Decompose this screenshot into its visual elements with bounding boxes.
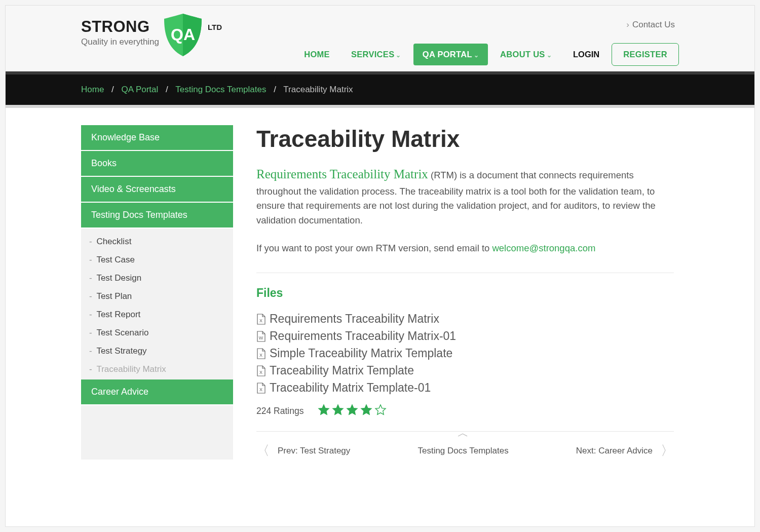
sidebar-item-test-scenario[interactable]: Test Scenario xyxy=(81,324,233,342)
logo-ltd: LTD xyxy=(208,13,222,31)
file-name: Requirements Traceability Matrix-01 xyxy=(270,329,456,343)
header-row: STRONG Quality in everything QA LTD xyxy=(81,6,679,66)
file-item[interactable]: X Requirements Traceability Matrix xyxy=(256,312,674,326)
sidebar-item-checklist[interactable]: Checklist xyxy=(81,233,233,251)
file-excel-icon: X xyxy=(256,383,265,394)
sidebar-cat-video[interactable]: Video & Screencasts xyxy=(81,177,233,203)
topbar-inner: Contact Us STRONG Quality in everything … xyxy=(81,6,679,66)
lead-paragraph: Requirements Traceability Matrix (RTM) i… xyxy=(256,165,674,228)
svg-text:X: X xyxy=(259,318,262,323)
pager-next[interactable]: Next: Career Advice 〉 xyxy=(576,442,674,460)
chevron-right-icon: 〉 xyxy=(661,442,674,460)
chevron-down-icon: ⌄ xyxy=(474,52,479,59)
svg-text:X: X xyxy=(259,387,262,392)
chevron-up-icon: ︿ xyxy=(458,426,469,441)
logo-strong: STRONG xyxy=(81,13,159,36)
sidebar-cat-tdt[interactable]: Testing Docs Templates xyxy=(81,203,233,229)
email-link[interactable]: welcome@strongqa.com xyxy=(492,243,595,253)
breadcrumb-current: Traceability Matrix xyxy=(283,85,353,94)
pager-up[interactable]: ︿ Testing Docs Templates xyxy=(350,446,576,456)
chevron-left-icon: 〈 xyxy=(256,442,270,460)
sidebar-item-traceability-matrix[interactable]: Traceability Matrix xyxy=(81,360,233,378)
file-item[interactable]: X Simple Traceability Matrix Template xyxy=(256,347,674,360)
register-button[interactable]: Register xyxy=(612,43,679,66)
nav-qa-portal[interactable]: QA Portal⌄ xyxy=(413,44,488,65)
contact-us-link[interactable]: Contact Us xyxy=(626,20,675,30)
chevron-down-icon: ⌄ xyxy=(396,52,401,59)
file-name: Traceability Matrix Template xyxy=(270,364,414,377)
files-heading: Files xyxy=(256,286,674,300)
sidebar-item-test-case[interactable]: Test Case xyxy=(81,251,233,269)
lead-green: Requirements Traceability Matrix xyxy=(256,167,428,181)
breadcrumb-qa-portal[interactable]: QA Portal xyxy=(122,85,159,94)
nav-services[interactable]: Services⌄ xyxy=(342,44,410,65)
sidebar-cat-career-advice[interactable]: Career Advice xyxy=(81,379,233,405)
logo-block[interactable]: STRONG Quality in everything QA LTD xyxy=(81,13,222,57)
file-excel-icon: X xyxy=(256,348,265,359)
sidebar: Knowledge Base Books Video & Screencasts… xyxy=(81,125,233,460)
sidebar-item-test-strategy[interactable]: Test Strategy xyxy=(81,342,233,360)
nav-login[interactable]: Login xyxy=(564,44,609,65)
sidebar-item-test-plan[interactable]: Test Plan xyxy=(81,287,233,306)
svg-text:X: X xyxy=(259,353,262,358)
sidebar-item-test-design[interactable]: Test Design xyxy=(81,269,233,287)
file-excel-icon: X xyxy=(256,314,265,325)
star-filled-icon[interactable] xyxy=(332,404,344,418)
file-name: Simple Traceability Matrix Template xyxy=(270,347,452,360)
divider xyxy=(256,273,674,273)
ratings-text: 224 Ratings xyxy=(256,406,303,416)
star-filled-icon[interactable] xyxy=(360,404,372,418)
breadcrumb: Home / QA Portal / Testing Docs Template… xyxy=(6,74,754,105)
logo-qa-text: QA xyxy=(171,25,195,44)
content: Knowledge Base Books Video & Screencasts… xyxy=(81,108,679,460)
chevron-down-icon: ⌄ xyxy=(547,52,552,59)
main-nav: Home Services⌄ QA Portal⌄ About Us⌄ Logi… xyxy=(295,43,679,66)
star-filled-icon[interactable] xyxy=(318,404,330,418)
file-item[interactable]: X Traceability Matrix Template xyxy=(256,364,674,377)
file-name: Traceability Matrix Template-01 xyxy=(270,381,431,395)
breadcrumb-tdt[interactable]: Testing Docs Templates xyxy=(175,85,266,94)
ratings: 224 Ratings xyxy=(256,404,674,418)
star-rating[interactable] xyxy=(318,404,387,418)
main: Traceability Matrix Requirements Traceab… xyxy=(233,125,679,460)
sidebar-item-test-report[interactable]: Test Report xyxy=(81,306,233,324)
sidebar-cat-books[interactable]: Books xyxy=(81,151,233,177)
file-excel-icon: X xyxy=(256,365,265,376)
page-root: Contact Us STRONG Quality in everything … xyxy=(5,5,755,527)
shield-icon: QA xyxy=(162,13,204,57)
files-list: X Requirements Traceability Matrix W Req… xyxy=(256,312,674,395)
nav-about-us[interactable]: About Us⌄ xyxy=(491,44,561,65)
breadcrumb-home[interactable]: Home xyxy=(81,85,104,94)
file-item[interactable]: W Requirements Traceability Matrix-01 xyxy=(256,329,674,343)
tagline: Quality in everything xyxy=(81,37,159,47)
svg-text:X: X xyxy=(259,370,262,375)
star-empty-icon[interactable] xyxy=(374,404,387,418)
sidebar-cat-knowledge-base[interactable]: Knowledge Base xyxy=(81,125,233,151)
nav-home[interactable]: Home xyxy=(295,44,339,65)
star-filled-icon[interactable] xyxy=(346,404,358,418)
pager-prev[interactable]: 〈 Prev: Test Strategy xyxy=(256,442,350,460)
file-item[interactable]: X Traceability Matrix Template-01 xyxy=(256,381,674,395)
file-name: Requirements Traceability Matrix xyxy=(270,312,439,326)
file-word-icon: W xyxy=(256,331,265,342)
page-title: Traceability Matrix xyxy=(256,125,674,153)
pager: 〈 Prev: Test Strategy ︿ Testing Docs Tem… xyxy=(256,431,674,460)
post-prompt: If you want to post your own RTM version… xyxy=(256,241,674,256)
svg-text:W: W xyxy=(259,335,263,340)
topbar: Contact Us STRONG Quality in everything … xyxy=(6,6,754,71)
sidebar-sublist: Checklist Test Case Test Design Test Pla… xyxy=(81,229,233,379)
